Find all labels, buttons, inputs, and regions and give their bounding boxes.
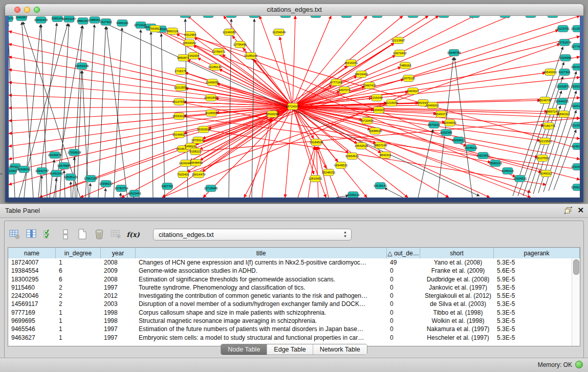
graph-node[interactable]: 5912954 bbox=[184, 32, 197, 38]
table-row[interactable]: 1456911722003Disruption of a novel membe… bbox=[8, 300, 572, 308]
network-graph[interactable]: 2405572204055720691406306914110653287988… bbox=[9, 16, 580, 198]
graph-node[interactable]: 7625402 bbox=[177, 171, 189, 178]
graph-node[interactable]: 2342004 bbox=[187, 53, 200, 59]
graph-node[interactable]: 11568291 bbox=[17, 166, 31, 173]
graph-node[interactable]: 12216091 bbox=[385, 100, 399, 106]
graph-node[interactable]: 1812531 bbox=[202, 16, 214, 18]
graph-node[interactable]: 12093871 bbox=[556, 83, 570, 90]
table-row[interactable]: 969969511998Structural magnetic resonanc… bbox=[8, 317, 572, 325]
select-column-icon[interactable] bbox=[26, 229, 38, 240]
graph-node[interactable]: 10688609 bbox=[368, 128, 382, 135]
table-row[interactable]: 2242004622012Investigating the contribut… bbox=[8, 292, 572, 300]
column-header-year[interactable]: year bbox=[101, 248, 136, 258]
graph-node[interactable]: 9463627 bbox=[407, 88, 419, 95]
graph-node[interactable]: 12213551 bbox=[174, 84, 188, 91]
graph-node[interactable]: 9227341 bbox=[558, 69, 571, 76]
row-selector-icon[interactable] bbox=[59, 229, 72, 240]
graph-node[interactable]: 15751874 bbox=[558, 39, 572, 46]
graph-node[interactable]: 1961305 bbox=[310, 16, 322, 18]
graph-node[interactable]: 3216049 bbox=[371, 95, 383, 101]
graph-node[interactable]: 17957255 bbox=[84, 176, 98, 182]
graph-node[interactable]: 9886397 bbox=[77, 18, 89, 25]
graph-node[interactable]: 3457791 bbox=[161, 183, 173, 190]
table-panel-header[interactable]: Table Panel ✕ bbox=[0, 204, 588, 218]
graph-node[interactable]: 18416461 bbox=[355, 71, 368, 78]
graph-node[interactable]: 13582241 bbox=[571, 184, 580, 191]
graph-node[interactable]: 10958107 bbox=[99, 181, 113, 187]
graph-node[interactable]: 10461861 bbox=[204, 95, 218, 101]
graph-node[interactable]: 18897241 bbox=[546, 108, 559, 115]
graph-node[interactable]: 16914479 bbox=[192, 171, 206, 178]
graph-node[interactable]: 14720407 bbox=[360, 118, 374, 124]
graph-node[interactable]: 9158221 bbox=[189, 148, 202, 155]
graph-node[interactable]: 9245012 bbox=[540, 170, 552, 177]
graph-node[interactable]: 18724007 bbox=[286, 103, 300, 110]
graph-node[interactable]: 8813054 bbox=[279, 16, 292, 18]
graph-node[interactable]: 17359928 bbox=[68, 149, 81, 156]
graph-node[interactable]: 13189161 bbox=[244, 53, 258, 59]
graph-node[interactable]: 16949521 bbox=[334, 162, 348, 169]
graph-node[interactable]: 9245013 bbox=[572, 143, 580, 150]
graph-node[interactable]: 9102345 bbox=[440, 129, 452, 136]
graph-node[interactable]: 14648491 bbox=[189, 160, 203, 166]
close-panel-icon[interactable]: ✕ bbox=[577, 206, 584, 214]
graph-node[interactable]: 12815451 bbox=[309, 176, 322, 182]
graph-node[interactable]: 30975887 bbox=[57, 163, 71, 169]
graph-node[interactable]: 18783141 bbox=[191, 137, 205, 144]
table-source-dropdown[interactable]: citations_edges.txt ▲▼ bbox=[153, 229, 352, 240]
graph-node[interactable]: 16782759 bbox=[115, 185, 128, 192]
graph-node[interactable]: 12213561 bbox=[538, 138, 552, 145]
graph-node[interactable]: 9549371 bbox=[435, 111, 447, 118]
graph-node[interactable]: 14543341 bbox=[571, 64, 580, 71]
graph-node[interactable]: 13125371 bbox=[571, 26, 580, 32]
graph-node[interactable]: 15248151 bbox=[322, 169, 336, 176]
graph-node[interactable]: 1067193 bbox=[371, 16, 383, 18]
graph-node[interactable]: 12975115 bbox=[402, 75, 416, 82]
network-window-titlebar[interactable]: citations_edges.txt bbox=[5, 4, 583, 16]
graph-node[interactable]: 11254049 bbox=[272, 29, 286, 36]
column-header-name[interactable]: name bbox=[8, 248, 56, 258]
graph-node[interactable]: 19166827 bbox=[172, 132, 186, 138]
graph-node[interactable]: 10304521 bbox=[513, 176, 527, 182]
scrollbar-thumb[interactable] bbox=[573, 259, 579, 275]
graph-node[interactable]: 10653287 bbox=[62, 16, 76, 23]
graph-node[interactable]: 11123761 bbox=[556, 26, 570, 32]
graph-node[interactable]: 21469051 bbox=[206, 79, 220, 86]
graph-node[interactable]: 20691406 bbox=[34, 17, 48, 24]
graph-node[interactable]: 2405572 bbox=[9, 16, 14, 22]
tab-edge-table[interactable]: Edge Table bbox=[267, 344, 313, 355]
graph-node[interactable]: 20206576 bbox=[48, 152, 62, 159]
function-builder-icon[interactable]: f(x) bbox=[127, 229, 139, 240]
graph-node[interactable]: 7563822 bbox=[149, 26, 161, 32]
tab-node-table[interactable]: Node Table bbox=[221, 344, 267, 355]
graph-node[interactable]: 12240081 bbox=[223, 29, 236, 36]
table-settings-icon[interactable] bbox=[9, 229, 21, 240]
graph-node[interactable]: 1527604 bbox=[407, 16, 419, 18]
table-row[interactable]: 1830029562008Estimation of significance … bbox=[8, 275, 572, 283]
graph-node[interactable]: 12756491 bbox=[233, 41, 247, 48]
table-vertical-scrollbar[interactable] bbox=[572, 258, 580, 346]
new-file-icon[interactable] bbox=[76, 229, 89, 240]
graph-node[interactable]: 9886399 bbox=[525, 16, 537, 18]
graph-node[interactable]: 18582241 bbox=[489, 160, 503, 167]
graph-node[interactable]: 1071920 bbox=[499, 16, 511, 18]
table-row[interactable]: 911546021997Tourette syndrome. Phenomeno… bbox=[8, 283, 572, 292]
column-header-short[interactable]: short bbox=[420, 248, 494, 258]
graph-node[interactable]: 16543301 bbox=[543, 69, 557, 76]
graph-node[interactable]: 8673919 bbox=[428, 122, 440, 128]
graph-node[interactable]: 2204007 bbox=[373, 107, 385, 114]
graph-node[interactable]: 1664862 bbox=[248, 16, 260, 18]
graph-node[interactable]: 10973493 bbox=[393, 50, 407, 57]
graph-node[interactable]: 14136141 bbox=[374, 183, 387, 189]
graph-node[interactable]: 9860124 bbox=[166, 28, 179, 35]
graph-node[interactable]: 14642621 bbox=[355, 143, 368, 149]
graph-node[interactable]: 9840311 bbox=[380, 152, 392, 159]
graph-node[interactable]: 15718485 bbox=[204, 185, 218, 192]
graph-node[interactable]: 16094621 bbox=[452, 137, 466, 144]
graph-node[interactable]: 3915901 bbox=[9, 168, 17, 174]
graph-node[interactable]: 6466162 bbox=[438, 16, 450, 18]
graph-node[interactable]: 32774011 bbox=[571, 43, 580, 50]
graph-node[interactable]: 15107561 bbox=[536, 155, 550, 162]
graph-node[interactable]: 8128555 bbox=[205, 110, 217, 117]
graph-node[interactable]: 11923461 bbox=[128, 190, 142, 197]
